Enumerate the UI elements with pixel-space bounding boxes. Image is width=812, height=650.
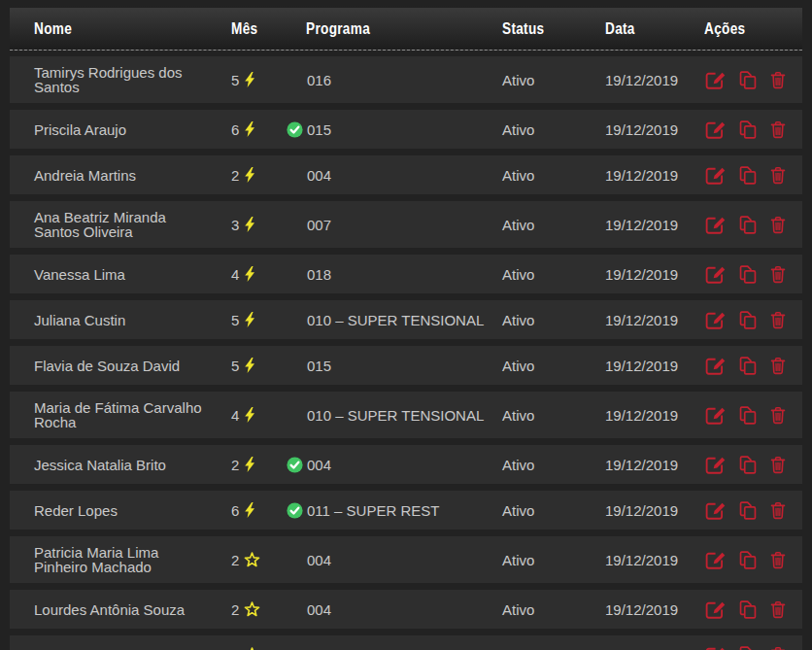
delete-button[interactable] <box>768 405 788 426</box>
delete-button[interactable] <box>768 500 788 521</box>
edit-button[interactable] <box>704 599 727 620</box>
client-name: Andreia Martins <box>34 168 136 183</box>
delete-button[interactable] <box>768 455 788 475</box>
edit-icon <box>704 309 727 330</box>
actions-cell <box>694 454 802 475</box>
date-label: 19/12/2019 <box>605 602 678 617</box>
copy-button[interactable] <box>737 310 759 330</box>
edit-button[interactable] <box>704 644 727 650</box>
edit-button[interactable] <box>704 454 727 475</box>
column-header-status: Status <box>492 19 595 39</box>
delete-button[interactable] <box>768 310 788 330</box>
status-cell: Ativo <box>492 503 595 518</box>
status-cell: Ativo <box>492 122 595 137</box>
program-cell: 004 <box>277 457 492 473</box>
month-value: 4 <box>231 267 239 282</box>
copy-button[interactable] <box>737 120 759 140</box>
column-header-nome: Nome <box>10 19 221 39</box>
delete-button[interactable] <box>768 215 788 235</box>
copy-button[interactable] <box>737 405 759 426</box>
actions-cell <box>694 549 802 570</box>
copy-button[interactable] <box>737 500 759 521</box>
edit-icon <box>704 404 727 426</box>
program-cell: 004 <box>277 552 492 568</box>
delete-button[interactable] <box>768 645 788 650</box>
copy-button[interactable] <box>737 215 759 235</box>
status-label: Ativo <box>502 73 534 87</box>
actions-cell <box>694 309 802 330</box>
edit-button[interactable] <box>704 119 727 140</box>
program-label: 004 <box>307 168 331 183</box>
status-label: Ativo <box>502 359 534 373</box>
date-cell: 19/12/2019 <box>595 218 694 232</box>
month-cell: 6 <box>221 121 277 137</box>
copy-button[interactable] <box>737 455 759 475</box>
copy-icon <box>737 455 759 475</box>
edit-button[interactable] <box>704 355 727 376</box>
name-cell: Lourdes Antônia Souza <box>10 602 221 617</box>
delete-button[interactable] <box>768 599 788 620</box>
status-cell: Ativo <box>492 218 595 232</box>
edit-button[interactable] <box>704 69 727 90</box>
edit-button[interactable] <box>704 164 727 186</box>
bolt-icon <box>244 167 255 183</box>
actions-cell <box>694 164 802 186</box>
column-header-data: Data <box>595 19 694 39</box>
date-label: 19/12/2019 <box>605 313 678 327</box>
month-cell: 3 <box>221 217 277 232</box>
date-cell: 19/12/2019 <box>595 458 694 472</box>
copy-button[interactable] <box>737 645 759 650</box>
delete-button[interactable] <box>768 120 788 140</box>
check-icon <box>287 121 303 138</box>
edit-button[interactable] <box>704 404 727 426</box>
bolt-icon <box>244 72 255 87</box>
edit-button[interactable] <box>704 499 727 521</box>
actions-cell <box>694 214 802 235</box>
table-row: Maria de Fátima Carvalho Rocha 4 010 – S… <box>10 392 802 438</box>
copy-button[interactable] <box>737 165 759 186</box>
edit-button[interactable] <box>704 549 727 570</box>
edit-button[interactable] <box>704 214 727 235</box>
bolt-icon <box>244 217 255 232</box>
delete-button[interactable] <box>768 165 788 186</box>
copy-button[interactable] <box>737 356 759 376</box>
copy-button[interactable] <box>737 599 759 620</box>
delete-button[interactable] <box>768 70 788 90</box>
delete-button[interactable] <box>768 550 788 570</box>
month-cell: 4 <box>221 266 277 282</box>
status-cell: Ativo <box>492 602 595 617</box>
copy-icon <box>737 645 759 650</box>
copy-icon <box>737 165 759 186</box>
program-label: 004 <box>307 553 331 567</box>
program-cell: 010 – SUPER TENSIONAL <box>277 407 492 424</box>
column-header-label: Programa <box>306 19 370 39</box>
actions-cell <box>694 263 802 285</box>
date-cell: 19/12/2019 <box>595 359 694 373</box>
status-cell: Ativo <box>492 267 595 282</box>
edit-icon <box>704 549 727 570</box>
date-cell: 19/12/2019 <box>595 168 694 183</box>
client-name: Reder Lopes <box>34 503 118 518</box>
edit-icon <box>704 214 727 235</box>
client-name: Tamirys Rodrigues dos Santos <box>34 65 209 94</box>
date-cell: 19/12/2019 <box>595 73 694 87</box>
status-cell: Ativo <box>492 458 595 472</box>
name-cell: Andreia Martins <box>10 168 221 183</box>
date-label: 19/12/2019 <box>605 122 678 137</box>
copy-button[interactable] <box>737 264 759 285</box>
edit-button[interactable] <box>704 309 727 330</box>
copy-button[interactable] <box>737 550 759 570</box>
program-label: 004 <box>307 602 331 617</box>
edit-button[interactable] <box>704 263 727 285</box>
column-header-label: Nome <box>34 19 72 39</box>
copy-button[interactable] <box>737 70 759 90</box>
bolt-icon <box>244 266 255 282</box>
delete-button[interactable] <box>768 264 788 285</box>
table-header-row: Nome Mês Programa Status Data Ações <box>10 8 802 51</box>
actions-cell <box>694 644 802 650</box>
delete-button[interactable] <box>768 356 788 376</box>
table-row: Kariny Kellen 2 004 Ativo 19/12/2019 <box>10 635 802 650</box>
table-row: Lourdes Antônia Souza 2 004 Ativo 19/12/… <box>10 590 802 629</box>
status-cell: Ativo <box>492 313 595 327</box>
date-label: 19/12/2019 <box>605 359 678 373</box>
